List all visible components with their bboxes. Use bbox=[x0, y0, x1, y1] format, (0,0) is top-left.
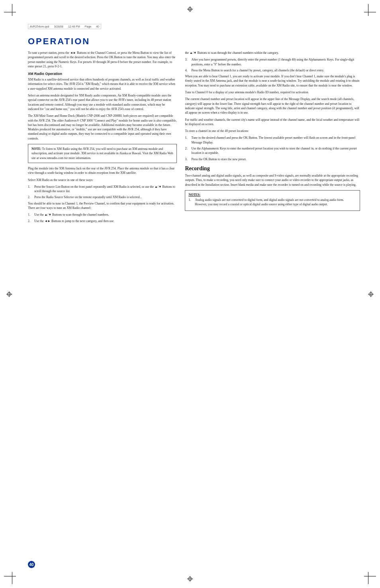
xm-para4: Plug the module into the XM Antenna Jack… bbox=[28, 166, 177, 175]
crop-mark-tr-h bbox=[364, 12, 376, 12]
crop-mark-br-h bbox=[364, 576, 376, 576]
right-list: 3. After you have programmed presets, di… bbox=[185, 57, 360, 73]
reg-mark-left bbox=[6, 291, 12, 297]
note-text: To listen to XM Radio using the AVR 254,… bbox=[31, 147, 173, 160]
notes-list-item: 1. Analog audio signals are not converte… bbox=[188, 198, 356, 207]
notes-box: NOTES: 1. Analog audio signals are not c… bbox=[185, 190, 360, 211]
file-time: 12:46 PM bbox=[68, 25, 80, 28]
page: AVR254om.qxd 3/28/08 12:46 PM Page 40 OP… bbox=[0, 0, 380, 588]
para-channel: The current channel number and preset lo… bbox=[185, 97, 360, 115]
para-hear: When you are able to hear Channel 1, you… bbox=[185, 74, 360, 88]
crop-mark-br-v bbox=[368, 572, 368, 584]
list-content-2: Press the Radio Source Selector on the r… bbox=[34, 195, 177, 199]
list-item: 4. Press the Menu Button to search for a… bbox=[185, 68, 360, 73]
crop-mark-bl-v bbox=[12, 572, 12, 584]
reg-mark-right bbox=[368, 291, 374, 297]
list-num-2: 2. bbox=[28, 195, 33, 199]
para-traffic: For traffic and weather channels, the cu… bbox=[185, 118, 360, 127]
store-content-2: Use the Alphanumeric Keys to enter the n… bbox=[191, 146, 360, 155]
tune-content-1: Use the ▲/▼ Buttons to scan through the … bbox=[34, 212, 177, 217]
crop-mark-bl-h bbox=[4, 576, 16, 576]
xm-para1: XM Radio is a satellite-delivered servic… bbox=[28, 77, 177, 91]
xm-para2: Select an antenna module designated for … bbox=[28, 93, 177, 111]
right-column: the ▲/▼ Buttons to scan through the chan… bbox=[185, 51, 360, 225]
para-tune0: Tune to Channel 0 for a display of your … bbox=[185, 90, 360, 94]
tune-ways-list: 1. Use the ▲/▼ Buttons to scan through t… bbox=[28, 212, 177, 223]
store-num-2: 2. bbox=[185, 146, 190, 155]
note-label: NOTE: bbox=[31, 147, 41, 151]
section-title: OPERATION bbox=[28, 36, 352, 47]
store-content-1: Tune to the desired channel and press th… bbox=[191, 136, 360, 145]
file-date: 3/28/08 bbox=[54, 25, 63, 28]
recording-para: Two-channel analog and digital audio sig… bbox=[185, 173, 360, 187]
store-num-3: 3. bbox=[185, 157, 190, 161]
recording-heading: Recording bbox=[185, 165, 360, 172]
reg-mark-bottom bbox=[187, 576, 193, 582]
left-column: To tune a preset station, press the ◄► B… bbox=[28, 51, 177, 225]
crop-mark-tl-v bbox=[12, 4, 12, 16]
notes-content-1: Analog audio signals are not converted t… bbox=[195, 198, 356, 207]
store-content-3: Press the OK Button to store the new pre… bbox=[191, 157, 360, 161]
tune-num-2: 2. bbox=[28, 219, 33, 223]
right-num-3: 3. bbox=[185, 57, 190, 67]
notes-num-1: 1. bbox=[188, 198, 193, 207]
right-content-3: After you have programmed presets, direc… bbox=[191, 57, 360, 67]
store-list: 1. Tune to the desired channel and press… bbox=[185, 136, 360, 161]
file-page-label: Page bbox=[85, 25, 91, 28]
intro-paragraph: To tune a preset station, press the ◄► B… bbox=[28, 51, 177, 69]
list-item: 1. Tune to the desired channel and press… bbox=[185, 136, 360, 145]
xm-para6: You should be able to tune in Channel 1,… bbox=[28, 201, 177, 210]
note-box: NOTE: To listen to XM Radio using the AV… bbox=[28, 144, 177, 163]
tune-num-1: 1. bbox=[28, 212, 33, 217]
tune-content-2: Use the ◄► Buttons to jump to the next c… bbox=[34, 219, 177, 223]
store-num-1: 1. bbox=[185, 136, 190, 145]
file-info-bar: AVR254om.qxd 3/28/08 12:46 PM Page 40 bbox=[28, 24, 101, 29]
crop-mark-tr-v bbox=[368, 4, 368, 16]
filename: AVR254om.qxd bbox=[30, 25, 49, 28]
list-item: 1. Use the ▲/▼ Buttons to scan through t… bbox=[28, 212, 177, 217]
list-content-1: Press the Source List Button on the fron… bbox=[34, 185, 177, 194]
continued-text: the ▲/▼ Buttons to scan through the chan… bbox=[185, 51, 360, 55]
list-item: 3. After you have programmed presets, di… bbox=[185, 57, 360, 67]
reg-mark-top bbox=[187, 6, 193, 12]
file-page-number: 40 bbox=[96, 25, 99, 28]
list-item: 1. Press the Source List Button on the f… bbox=[28, 185, 177, 194]
list-item: 3. Press the OK Button to store the new … bbox=[185, 157, 360, 161]
para-store: To store a channel in one of the 40 pres… bbox=[185, 129, 360, 133]
list-num-1: 1. bbox=[28, 185, 33, 194]
xm-para5: Select XM Radio as the source in one of … bbox=[28, 178, 177, 182]
xm-radio-heading: XM Radio Operation bbox=[28, 72, 177, 76]
list-item: 2. Press the Radio Source Selector on th… bbox=[28, 195, 177, 199]
list-item: 2. Use the ◄► Buttons to jump to the nex… bbox=[28, 219, 177, 223]
notes-title: NOTES: bbox=[188, 193, 356, 197]
crop-mark-tl-h bbox=[4, 12, 16, 12]
main-content: To tune a preset station, press the ◄► B… bbox=[28, 51, 352, 225]
right-num-4: 4. bbox=[185, 68, 190, 73]
page-number-badge: 40 bbox=[28, 561, 35, 568]
select-ways-list: 1. Press the Source List Button on the f… bbox=[28, 185, 177, 200]
xm-para3: The XM Mini-Tuner and Home Dock (Models … bbox=[28, 114, 177, 141]
right-content-4: Press the Menu Button to search for a ch… bbox=[191, 68, 360, 73]
list-item: 2. Use the Alphanumeric Keys to enter th… bbox=[185, 146, 360, 155]
